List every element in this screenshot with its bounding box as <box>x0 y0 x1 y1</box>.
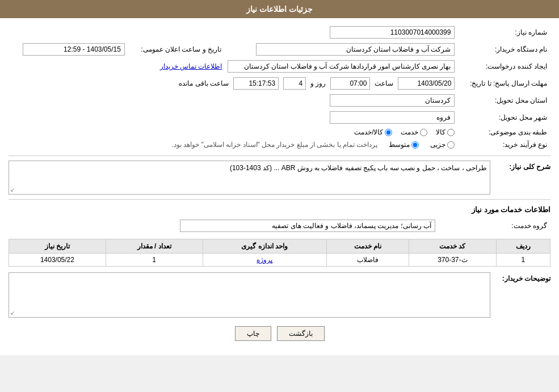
col-qty: تعداد / مقدار <box>106 239 203 254</box>
services-info-label: اطلاعات خدمات مورد نیاز <box>9 205 550 214</box>
col-code: کد خدمت <box>409 239 496 254</box>
cell-quantity: 1 <box>106 254 203 267</box>
purchase-type-label: نوع فرآیند خرید: <box>458 138 550 151</box>
subject-radio-goods[interactable]: کالا <box>436 128 455 136</box>
response-remaining-label: ساعت باقی مانده <box>179 79 229 87</box>
delivery-province-label: استان محل تحویل: <box>458 92 550 109</box>
service-group-value: آب رسانی؛ مدیریت پسماند، فاضلاب و فعالیت… <box>180 220 435 232</box>
back-button[interactable]: بازگشت <box>277 326 325 341</box>
page-header: جزئیات اطلاعات نیاز <box>0 0 559 18</box>
print-button[interactable]: چاپ <box>235 326 271 341</box>
table-row: 1ث-37-370فاضلابپروژه11403/05/22 <box>9 254 550 267</box>
response-deadline-label: مهلت ارسال پاسخ: تا تاریخ: <box>458 75 550 92</box>
delivery-city-label: شهر محل تحویل: <box>458 109 550 126</box>
response-time-value: 07:00 <box>330 77 370 90</box>
subject-radio-both[interactable]: کالا/خدمت <box>354 128 392 136</box>
col-unit: واحد اندازه گیری <box>203 239 327 254</box>
cell-name: فاضلاب <box>327 254 409 267</box>
col-name: نام خدمت <box>327 239 409 254</box>
response-days-label: روز و <box>310 79 326 87</box>
response-days-value: 4 <box>283 77 306 90</box>
col-date: تاریخ نیاز <box>9 239 106 254</box>
delivery-province-value: کردستان <box>330 94 455 107</box>
cell-unit: پروژه <box>203 254 327 267</box>
delivery-city-value: فروه <box>330 111 455 124</box>
need-desc-label: شرح کلی نیاز: <box>494 161 550 171</box>
need-number-value: 1103007014000399 <box>330 26 455 39</box>
public-announce-value: 1403/05/15 - 12:59 <box>23 43 125 56</box>
need-number-label: شماره نیاز: <box>458 24 550 41</box>
cell-code: ث-37-370 <box>409 254 496 267</box>
creator-label: ایجاد کننده درخواست: <box>458 58 550 75</box>
response-date-value: 1403/05/20 <box>398 77 455 90</box>
subject-radio-service[interactable]: خدمت <box>401 128 427 136</box>
response-remaining-value: 15:17:53 <box>233 77 279 90</box>
purchase-type-medium[interactable]: متوسط <box>389 141 419 149</box>
buyer-org-value: شرکت آب و فاضلاب استان کردستان <box>256 43 455 56</box>
cell-date: 1403/05/22 <box>9 254 106 267</box>
creator-link[interactable]: اطلاعات تماس خریدار <box>160 62 222 70</box>
purchase-type-note: پرداخت تمام یا بخشی از مبلغ خریدار محل "… <box>172 141 378 149</box>
col-row: ردیف <box>496 239 550 254</box>
purchase-type-partial[interactable]: جزیی <box>430 141 455 149</box>
public-announce-label: تاریخ و ساعت اعلان عمومی: <box>141 45 221 53</box>
buyer-notes-label: توضیحات خریدار: <box>494 272 550 283</box>
need-desc-box: طراحی ، ساخت ، حمل و نصب سه باب پکیج تصف… <box>9 161 490 195</box>
services-table: ردیف کد خدمت نام خدمت واحد اندازه گیری ت… <box>9 239 550 267</box>
cell-row: 1 <box>496 254 550 267</box>
creator-value: بهار نصری کارشناس امور قراردادها شرکت آب… <box>228 60 455 73</box>
buyer-org-label: نام دستگاه خریدار: <box>458 41 550 58</box>
subject-label: طبقه بندی موضوعی: <box>458 126 550 138</box>
response-time-label: ساعت <box>375 79 393 87</box>
buyer-notes-box <box>9 272 490 318</box>
page-title: جزئیات اطلاعات نیاز <box>246 5 313 14</box>
need-desc-value: طراحی ، ساخت ، حمل و نصب سه باب پکیج تصف… <box>230 164 487 172</box>
service-group-label: گروه خدمت: <box>439 217 550 234</box>
